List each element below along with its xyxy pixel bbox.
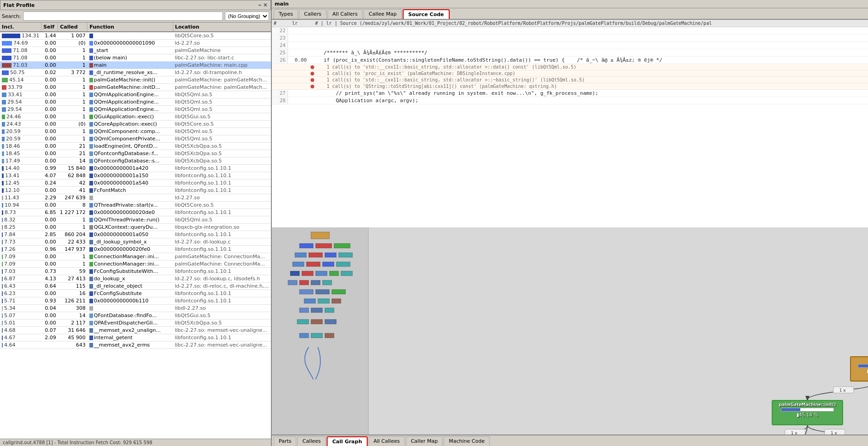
table-row[interactable]: 74.69 0.00 (0) 0x00000000000001090 ld-2.… [0,40,271,47]
flat-profile-header: Flat Profile – ✕ [0,0,271,10]
cell-location: libfontconfig.so.1.10.1 [173,290,271,297]
col-location[interactable]: Location [173,23,271,32]
table-row[interactable]: 8.32 0.00 1 QQmlThreadPrivate::run() lib… [0,216,271,224]
table-row[interactable]: 4.67 2.09 45 900 internal_getent libfont… [0,334,271,342]
table-row[interactable]: 29.54 0.00 1 QQmlApplicationEngine... li… [0,98,271,106]
cell-location: libfontconfig.so.1.10.1 [173,165,271,172]
table-row[interactable]: 33.79 0.00 1 palmGateMachine::initD... p… [0,84,271,91]
cell-called: 1 [58,91,88,98]
cell-called: 1 [58,84,88,91]
incl-value: 134.31 [22,33,40,39]
table-row[interactable]: 45.14 0.00 1 palmGateMachine::init() pal… [0,76,271,84]
table-row[interactable]: 134.31 1.44 1 007 libQt5Core.so.5 [0,32,271,40]
table-row[interactable]: 4.68 0.07 31 646 __memset_avx2_unalign..… [0,327,271,334]
table-row[interactable]: 24.46 0.00 1 QGuiApplication::exec() lib… [0,113,271,121]
cell-incl: 7.73 [0,238,41,246]
col-function[interactable]: Function [88,23,173,32]
table-row[interactable]: 5.01 0.00 2 117 QPAEventDispatcherGli...… [0,319,271,327]
table-row[interactable]: 13.41 4.07 62 848 0x00000000001a150 libf… [0,172,271,180]
table-row[interactable]: 4.64 643 __memset_avx2_erms libc-2.27.so… [0,342,271,349]
table-row[interactable]: 6.87 4.13 27 413 do_lookup_x ld-2.27.so:… [0,275,271,283]
table-row[interactable]: 20.59 0.00 1 QQmlComponent::comp... libQ… [0,128,271,135]
table-row[interactable]: 12.10 0.00 41 FcFontMatch libfontconfig.… [0,187,271,194]
cg-node-main[interactable]: main ▮71.03 % [850,356,868,382]
cg-edge [808,382,868,400]
tab-bottom-machine-code[interactable]: Machine Code [444,436,490,446]
tab-bottom-caller-map[interactable]: Caller Map [406,436,443,446]
tab-callers[interactable]: Callers [299,9,327,19]
cg-node-pct: ▮45.14 % [797,412,818,417]
cell-function: QCoreApplication::exec() [88,121,173,128]
incl-value: 6.87 [4,276,16,282]
tab-all-callers[interactable]: All Callers [328,9,363,19]
cell-location: ld-2.27.so: dl-trampoline.h [173,69,271,76]
cell-location: libfontconfig.so.1.10.1 [173,334,271,342]
tab-bottom-parts[interactable]: Parts [274,436,296,446]
cell-incl: 13.41 [0,172,41,180]
cell-called: 21 [58,143,88,150]
cg-edge [808,425,861,435]
cell-function: main [88,62,173,69]
table-row[interactable]: 29.54 0.00 1 QQmlApplicationEngine... li… [0,106,271,113]
table-row[interactable]: 18.45 0.00 21 QFontconfigDatabase::f... … [0,150,271,157]
incl-value: 33.41 [8,92,23,98]
line-code [309,35,868,35]
col-incl[interactable]: Incl. [0,23,41,32]
table-row[interactable]: 5.07 0.00 14 QFontDatabase::findFo... li… [0,312,271,319]
table-row[interactable]: 50.75 0.02 3 772 _dl_runtime_resolve_xs.… [0,69,271,76]
table-row[interactable]: 8.25 0.00 1 QGLXContext::queryDu... libq… [0,224,271,231]
incl-value: 5.07 [4,313,16,319]
table-row[interactable]: 14.40 0.99 15 840 0x00000000001a420 libf… [0,165,271,172]
cell-incl: 8.25 [0,224,41,231]
call-graph-area[interactable]: 1 x1 x1 x1 x1 x1 x1 x1 x1 x1 x240 280 x5… [272,227,868,435]
tab-bottom-call-graph[interactable]: Call Graph [327,436,367,446]
cell-location: libQt5Qml.so.5 [173,106,271,113]
col-self[interactable]: Self [41,23,58,32]
tab-bottom-all-callees[interactable]: All Callees [369,436,405,446]
table-row[interactable]: 7.26 0.96 147 937 0x0000000000020fe0 lib… [0,246,271,253]
table-row[interactable]: 71.08 0.00 1 (below main) libc-2.27.so: … [0,54,271,62]
tab-bottom-callees[interactable]: Callees [297,436,326,446]
table-row[interactable]: 8.73 6.85 1 227 172 0x00000000000020de0 … [0,209,271,216]
table-row[interactable]: 71.03 0.00 1 main palmGateMachine: main.… [0,62,271,69]
search-input[interactable] [23,12,223,21]
table-row[interactable]: 12.45 0.24 42 0x00000000001a540 libfontc… [0,180,271,187]
table-row[interactable]: 17.49 0.00 14 QFontconfigDatabase::s... … [0,157,271,165]
table-row[interactable]: 11.43 2.29 247 639 ld-2.27.so [0,194,271,202]
cg-edge [739,425,808,435]
tab-types[interactable]: Types [274,9,298,19]
table-row[interactable]: 20.59 0.00 1 QQmlComponentPrivate... lib… [0,135,271,143]
cell-incl: 4.67 [0,334,41,342]
line-pct [288,49,309,50]
line-code: QApplication a(argc, argv); [309,97,868,104]
cell-called: 1 [58,135,88,143]
tab-callee-map[interactable]: Callee Map [364,9,402,19]
cg-node-palmgate_init[interactable]: palmGateMachine::init() ▮45.14 % [772,400,843,425]
table-row[interactable]: 7.09 0.00 1 ConnectionManager::ini... pa… [0,253,271,261]
table-row[interactable]: 7.84 2.85 860 204 0x00000000001a050 libf… [0,231,271,238]
table-row[interactable]: 24.43 0.00 (0) QCoreApplication::exec() … [0,121,271,128]
minimize-icon[interactable]: – [258,2,261,8]
table-row[interactable]: 71.08 0.00 1 _start palmGateMachine [0,47,271,54]
cell-self: 0.00 [41,135,58,143]
table-row[interactable]: 5.71 0.93 126 211 0x00000000000b110 libf… [0,297,271,305]
cell-self: 0.00 [41,150,58,157]
table-row[interactable]: 6.43 0.64 115 _dl_relocate_object ld-2.2… [0,283,271,290]
close-icon[interactable]: ✕ [263,2,268,8]
table-row[interactable]: 7.73 0.00 22 433 _dl_lookup_symbol_x ld-… [0,238,271,246]
table-row[interactable]: 33.41 0.00 1 QQmlApplicationEngine... li… [0,91,271,98]
table-row[interactable]: 10.94 0.00 8 QThreadPrivate::start(v... … [0,202,271,209]
table-row[interactable]: 7.09 0.00 1 ConnectionManager::ini... pa… [0,261,271,268]
cell-location: libfontconfig.so.1.10.1 [173,297,271,305]
tab-source-code[interactable]: Source Code [403,9,450,19]
svg-rect-0 [833,387,854,393]
table-row[interactable]: 5.34 0.04 308 libdl-2.27.so [0,305,271,312]
cell-self: 0.00 [41,121,58,128]
grouping-select[interactable]: (No Grouping) ELF Object Source File Fun… [225,12,269,21]
cell-self: 4.13 [41,275,58,283]
table-row[interactable]: 6.23 0.00 16 FcConfigSubstitute libfontc… [0,290,271,297]
col-called[interactable]: Called [58,23,88,32]
table-row[interactable]: 18.46 0.00 21 loadEngine(int, QFontD... … [0,143,271,150]
incl-value: 20.59 [6,128,21,134]
table-row[interactable]: 7.03 0.73 59 FcConfigSubstituteWith... l… [0,268,271,275]
